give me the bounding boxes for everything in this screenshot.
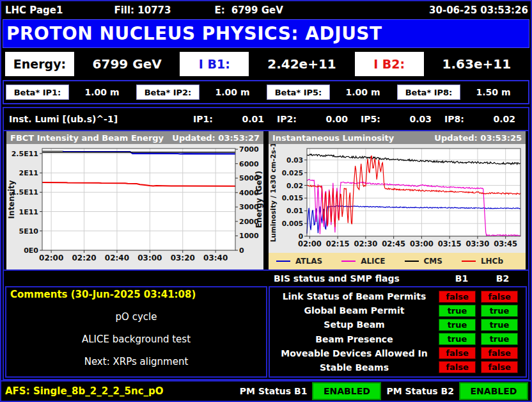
comments-box: Comments (30-Jun-2025 03:41:08) pO cycle… [5, 286, 267, 378]
bis-row-label: Setup Beam [270, 319, 439, 330]
beta-cell: Beta* IP2:1.00 m [136, 84, 265, 100]
beta-star-row: Beta* IP1:1.00 mBeta* IP2:1.00 mBeta* IP… [3, 80, 529, 104]
bis-col-b2: B2 [485, 273, 520, 284]
inst-lumi-label: Inst. Lumi [(ub.s)^-1] [9, 114, 118, 124]
beta-value: 1.00 m [330, 87, 396, 97]
legend-item: ALICE [341, 257, 385, 266]
lumi-item: IP2:0.00 [277, 114, 361, 124]
svg-text:1000: 1000 [239, 232, 259, 240]
bis-row: Beam Presencetruetrue [270, 333, 526, 346]
intensity-b2-value: 1.63e+11 [426, 52, 527, 76]
luminosity-panel-header: Instantaneous Luminosity Updated: 03:53:… [269, 131, 526, 144]
legend-swatch [341, 261, 356, 262]
comments-body: pO cycleALICE background testNext: XRPs … [10, 311, 262, 367]
legend-swatch [462, 261, 476, 262]
charts-row: FBCT Intensity and Beam Energy Updated: … [4, 130, 528, 271]
bis-b2-badge: false [481, 291, 518, 303]
lumi-ip-value: 0.02 [493, 114, 515, 124]
bis-row: Global Beam Permittruetrue [270, 304, 526, 317]
bis-row: Moveable Devices Allowed Infalsefalse [270, 347, 526, 360]
bis-row-label: Stable Beams [270, 362, 439, 373]
luminosity-panel-title: Instantaneous Luminosity [272, 133, 394, 143]
svg-text:Energy (GeV): Energy (GeV) [254, 171, 263, 229]
beta-cell: Beta* IP5:1.00 m [267, 84, 396, 100]
page-title: PROTON NUCLEUS PHYSICS: ADJUST [3, 19, 529, 48]
lumi-item: IP1:0.01 [193, 114, 277, 124]
lumi-ip-label: IP2: [277, 114, 297, 124]
legend-swatch [405, 261, 419, 262]
bis-row: Link Status of Beam Permitsfalsefalse [270, 290, 526, 303]
pm-b1-status-badge: ENABLED [312, 382, 381, 400]
legend-item: LHCb [462, 257, 503, 266]
intensity-b2-label: I B2: [355, 52, 424, 76]
bis-col-b1: B1 [444, 273, 480, 284]
legend-label: LHCb [481, 257, 503, 266]
footer-bar: AFS: Single_8b_2_2_2_5nc_pO PM Status B1… [1, 380, 531, 401]
bis-b2-badge: true [481, 319, 518, 331]
lumi-ip-value: 0.01 [242, 114, 264, 124]
app-title: LHC Page1 [5, 4, 63, 16]
svg-text:03:30: 03:30 [466, 239, 490, 248]
fbct-chart: 0E05E101E111.5E112E112.5E110100020003000… [6, 144, 265, 269]
pm-b2-status-badge: ENABLED [459, 382, 528, 400]
legend-swatch [276, 261, 290, 262]
pm-b2-label: PM Status B2 [386, 386, 454, 396]
svg-text:5E10: 5E10 [19, 227, 39, 236]
bis-b2-badge: false [481, 361, 518, 373]
lumi-item: IP8:0.02 [444, 114, 528, 124]
svg-text:Luminosity / 1e30 cm-2s-1: Luminosity / 1e30 cm-2s-1 [269, 144, 277, 242]
svg-text:0.015: 0.015 [282, 194, 303, 202]
bis-row-label: Link Status of Beam Permits [270, 291, 439, 302]
lumi-item: IP5:0.03 [361, 114, 444, 124]
intensity-b1-label: I B1: [180, 52, 249, 76]
legend-label: ALICE [361, 257, 385, 266]
fill-number: Fill: 10773 [114, 4, 171, 16]
bis-header-row: BIS status and SMP flags B1 B2 [4, 271, 528, 286]
svg-text:02:00: 02:00 [39, 253, 63, 262]
beam-energy-label: E: [214, 4, 224, 16]
beta-value: 1.00 m [69, 87, 135, 97]
bis-b1-badge: false [439, 291, 476, 303]
bis-row: Setup Beamtruetrue [270, 318, 526, 331]
beta-cell: Beta* IP1:1.00 m [6, 84, 135, 100]
svg-text:0.03: 0.03 [286, 156, 303, 164]
comment-line: pO cycle [10, 311, 262, 323]
lumi-ip-label: IP8: [444, 114, 464, 124]
svg-text:Intensity: Intensity [7, 180, 16, 218]
svg-text:02:20: 02:20 [72, 253, 96, 262]
bis-row-label: Moveable Devices Allowed In [270, 348, 439, 358]
beta-cell: Beta* IP8:1.50 m [397, 84, 526, 100]
luminosity-panel-updated: Updated: 03:53:25 [434, 133, 522, 143]
clock: 30-06-25 03:53:26 [429, 4, 528, 16]
svg-text:02:30: 02:30 [354, 239, 378, 248]
beam-energy-readout: E: 6799 GeV [214, 4, 283, 16]
svg-text:02:15: 02:15 [326, 239, 350, 248]
svg-text:0E0: 0E0 [24, 246, 38, 255]
beta-label: Beta* IP5: [267, 84, 330, 100]
energy-value: 6799 GeV [77, 52, 177, 76]
top-status-bar: LHC Page1 Fill: 10773 E: 6799 GeV 30-06-… [1, 1, 531, 19]
beta-value: 1.00 m [199, 87, 265, 97]
svg-text:2E11: 2E11 [19, 169, 38, 177]
bis-table: Link Status of Beam PermitsfalsefalseGlo… [269, 286, 527, 378]
comment-line: Next: XRPs alignment [10, 356, 262, 367]
svg-text:02:45: 02:45 [382, 239, 405, 248]
lhc-page1-window: LHC Page1 Fill: 10773 E: 6799 GeV 30-06-… [0, 0, 532, 402]
bis-header-title: BIS status and SMP flags [267, 273, 400, 284]
svg-text:0: 0 [239, 246, 244, 255]
svg-text:03:00: 03:00 [410, 239, 434, 248]
fbct-panel: FBCT Intensity and Beam Energy Updated: … [6, 131, 263, 269]
luminosity-panel: Instantaneous Luminosity Updated: 03:53:… [269, 131, 526, 269]
bis-b1-badge: false [439, 361, 476, 373]
svg-text:03:15: 03:15 [438, 239, 462, 248]
svg-text:0.005: 0.005 [282, 220, 303, 227]
svg-text:0.025: 0.025 [282, 169, 303, 177]
bis-row: Stable Beamsfalsefalse [270, 361, 526, 374]
bis-header: BIS status and SMP flags B1 B2 [267, 273, 528, 284]
svg-text:7000: 7000 [239, 145, 259, 154]
svg-text:0.02: 0.02 [286, 182, 303, 189]
bis-b2-badge: false [481, 347, 518, 359]
svg-text:02:40: 02:40 [105, 253, 129, 262]
beta-label: Beta* IP8: [397, 84, 460, 100]
svg-text:03:45: 03:45 [494, 239, 517, 248]
